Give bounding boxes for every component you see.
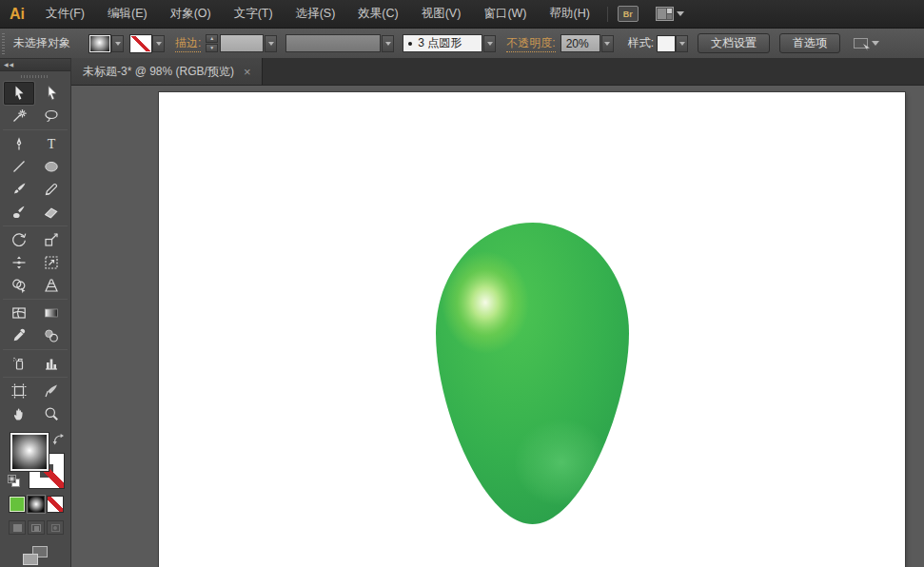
paintbrush-tool[interactable] (4, 178, 34, 201)
opacity-combobox[interactable]: 20% (560, 34, 614, 52)
change-screen-mode-icon[interactable] (23, 546, 48, 565)
drawing-mode-buttons (0, 520, 70, 535)
fill-dropdown-button[interactable] (111, 35, 124, 52)
draw-behind-icon[interactable] (28, 520, 45, 535)
blend-tool[interactable] (36, 324, 67, 347)
stroke-color-control[interactable] (130, 35, 165, 52)
style-control[interactable] (658, 35, 688, 52)
symbol-sprayer-tool[interactable] (4, 352, 34, 375)
stroke-dropdown-button[interactable] (152, 35, 165, 52)
zoom-tool[interactable] (36, 402, 67, 425)
fill-proxy-swatch[interactable] (10, 433, 49, 471)
control-bar: 未选择对象 描边: ▲ ▼ 3 点圆形 不透明度: 20% 样式: 文档设置 首 (0, 29, 924, 59)
blob-brush-tool-icon (10, 204, 28, 221)
line-segment-tool[interactable] (4, 155, 34, 178)
lasso-tool[interactable] (36, 105, 67, 127)
document-setup-button[interactable]: 文档设置 (698, 33, 770, 53)
selection-tool-icon (10, 85, 28, 102)
selection-status: 未选择对象 (13, 35, 70, 51)
stroke-none-swatch-icon[interactable] (130, 35, 151, 52)
draw-normal-icon[interactable] (9, 520, 26, 535)
opacity-field[interactable]: 20% (560, 34, 600, 52)
line-segment-tool-icon (10, 158, 28, 175)
stepper-down-icon[interactable]: ▼ (206, 44, 218, 52)
ellipse-tool-icon (43, 158, 60, 175)
stroke-panel-link[interactable]: 描边: (175, 35, 201, 52)
ellipse-tool[interactable] (36, 155, 67, 178)
type-tool[interactable]: T (36, 132, 67, 155)
document-tab[interactable]: 未标题-3* @ 98% (RGB/预览) × (71, 58, 263, 85)
canvas-pasteboard[interactable] (71, 86, 924, 567)
slice-tool-icon (43, 382, 60, 400)
column-graph-tool[interactable] (36, 352, 67, 375)
artboard-tool[interactable] (4, 380, 34, 402)
brush-combobox[interactable]: 3 点圆形 (403, 34, 496, 52)
menu-object[interactable]: 对象(O) (159, 0, 223, 28)
hand-tool[interactable] (4, 402, 34, 425)
panel-grip[interactable] (2, 33, 5, 54)
swap-fill-stroke-icon[interactable] (52, 432, 65, 449)
free-transform-tool[interactable] (36, 251, 67, 274)
brush-field[interactable]: 3 点圆形 (403, 34, 482, 52)
menu-effect[interactable]: 效果(C) (346, 0, 409, 28)
bridge-icon[interactable]: Br (618, 6, 639, 22)
workspace-switcher[interactable] (656, 7, 684, 21)
stroke-weight-field[interactable] (220, 34, 264, 52)
menu-select[interactable]: 选择(S) (285, 0, 347, 28)
opacity-panel-link[interactable]: 不透明度: (506, 35, 555, 52)
menu-edit[interactable]: 编辑(E) (96, 0, 159, 28)
blob-brush-tool[interactable] (4, 201, 34, 224)
fill-color-control[interactable] (89, 35, 124, 52)
eyedropper-tool[interactable] (4, 324, 34, 347)
width-profile-combobox[interactable] (285, 34, 394, 52)
magic-wand-tool[interactable] (4, 105, 34, 127)
scale-tool[interactable] (36, 228, 67, 251)
preferences-button[interactable]: 首选项 (779, 33, 840, 53)
menu-view[interactable]: 视图(V) (410, 0, 473, 28)
stroke-weight-dropdown-button[interactable] (265, 35, 277, 52)
menu-window[interactable]: 窗口(W) (472, 0, 538, 28)
color-button[interactable] (9, 496, 26, 513)
width-tool[interactable] (4, 251, 34, 274)
selection-tool[interactable] (4, 82, 34, 105)
lasso-tool-icon (43, 108, 60, 125)
mesh-tool[interactable] (4, 302, 34, 324)
perspective-grid-tool[interactable] (36, 274, 67, 297)
menu-type[interactable]: 文字(T) (223, 0, 285, 28)
gradient-tool[interactable] (36, 302, 67, 324)
tools-panel-grip[interactable] (0, 71, 70, 82)
gradient-button[interactable] (28, 496, 45, 513)
tool-group-divider (3, 299, 68, 300)
fill-gradient-swatch-icon[interactable] (89, 35, 110, 52)
width-profile-dropdown-button[interactable] (382, 35, 394, 52)
tab-close-icon[interactable]: × (244, 66, 251, 78)
none-button[interactable] (47, 496, 64, 513)
slice-tool[interactable] (36, 380, 67, 402)
default-fill-stroke-icon[interactable] (8, 475, 20, 487)
direct-selection-tool[interactable] (36, 82, 67, 105)
rotate-tool[interactable] (4, 228, 34, 251)
draw-inside-icon[interactable] (47, 520, 64, 535)
control-panel-menu[interactable] (854, 38, 879, 49)
pen-tool[interactable] (4, 132, 34, 155)
shape-builder-tool[interactable] (4, 274, 34, 297)
eraser-tool[interactable] (36, 201, 67, 224)
style-swatch-icon[interactable] (658, 36, 675, 51)
perspective-grid-tool-icon (43, 277, 60, 294)
brush-value: 3 点圆形 (418, 35, 462, 51)
magic-wand-tool-icon (10, 108, 28, 125)
style-dropdown-button[interactable] (676, 35, 688, 52)
tools-panel-collapse[interactable]: ◀◀ (0, 59, 70, 71)
brush-dropdown-button[interactable] (483, 35, 496, 52)
menu-help[interactable]: 帮助(H) (539, 0, 601, 28)
menu-file[interactable]: 文件(F) (34, 0, 96, 28)
stroke-weight-combobox[interactable] (220, 34, 277, 52)
illustrator-logo: Ai (0, 6, 34, 23)
green-balloon-shape[interactable] (436, 223, 629, 524)
pencil-tool[interactable] (36, 178, 67, 201)
stepper-up-icon[interactable]: ▲ (206, 34, 218, 43)
width-profile-field[interactable] (285, 34, 381, 52)
stroke-weight-stepper[interactable]: ▲ ▼ (206, 34, 218, 52)
tool-group-divider (3, 225, 68, 226)
opacity-dropdown-button[interactable] (601, 35, 614, 52)
